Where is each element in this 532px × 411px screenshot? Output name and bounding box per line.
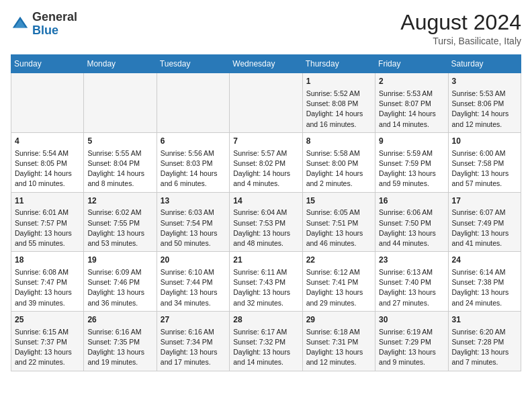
calendar-day-cell: 21Sunrise: 6:11 AM Sunset: 7:43 PM Dayli… xyxy=(230,252,302,312)
day-number: 14 xyxy=(233,195,298,207)
day-info: Sunrise: 5:54 AM Sunset: 8:05 PM Dayligh… xyxy=(15,148,80,189)
calendar-day-cell: 28Sunrise: 6:17 AM Sunset: 7:32 PM Dayli… xyxy=(230,311,302,371)
day-info: Sunrise: 6:20 AM Sunset: 7:28 PM Dayligh… xyxy=(452,327,517,368)
day-info: Sunrise: 6:18 AM Sunset: 7:31 PM Dayligh… xyxy=(306,327,371,368)
day-info: Sunrise: 6:05 AM Sunset: 7:51 PM Dayligh… xyxy=(306,208,371,248)
calendar-day-cell: 12Sunrise: 6:02 AM Sunset: 7:55 PM Dayli… xyxy=(84,192,157,252)
calendar-day-cell: 11Sunrise: 6:01 AM Sunset: 7:57 PM Dayli… xyxy=(11,192,84,252)
day-number: 4 xyxy=(15,136,80,147)
calendar-day-cell: 3Sunrise: 5:53 AM Sunset: 8:06 PM Daylig… xyxy=(448,73,521,133)
calendar-day-cell: 2Sunrise: 5:53 AM Sunset: 8:07 PM Daylig… xyxy=(375,73,448,133)
day-number: 10 xyxy=(452,136,517,147)
day-info: Sunrise: 5:57 AM Sunset: 8:02 PM Dayligh… xyxy=(233,148,298,189)
weekday-header-sunday: Sunday xyxy=(11,55,84,73)
day-number: 30 xyxy=(379,314,444,326)
day-info: Sunrise: 6:09 AM Sunset: 7:46 PM Dayligh… xyxy=(87,267,152,308)
calendar-day-cell: 29Sunrise: 6:18 AM Sunset: 7:31 PM Dayli… xyxy=(302,311,375,371)
day-info: Sunrise: 6:02 AM Sunset: 7:55 PM Dayligh… xyxy=(87,208,152,248)
day-number: 16 xyxy=(379,195,444,207)
location-subtitle: Tursi, Basilicate, Italy xyxy=(400,36,521,46)
day-info: Sunrise: 6:12 AM Sunset: 7:41 PM Dayligh… xyxy=(306,267,371,308)
day-number: 5 xyxy=(87,136,152,147)
day-info: Sunrise: 6:17 AM Sunset: 7:32 PM Dayligh… xyxy=(233,327,298,368)
weekday-header-monday: Monday xyxy=(84,55,157,73)
calendar-empty-cell xyxy=(157,73,229,133)
calendar-day-cell: 24Sunrise: 6:14 AM Sunset: 7:38 PM Dayli… xyxy=(448,252,521,312)
logo-general-text: General xyxy=(32,10,77,24)
weekday-header-wednesday: Wednesday xyxy=(230,55,302,73)
calendar-week-row: 1Sunrise: 5:52 AM Sunset: 8:08 PM Daylig… xyxy=(11,73,521,133)
day-number: 17 xyxy=(452,195,517,207)
calendar-empty-cell xyxy=(84,73,157,133)
day-number: 31 xyxy=(452,314,517,326)
day-number: 7 xyxy=(233,136,298,147)
day-number: 15 xyxy=(306,195,371,207)
day-number: 8 xyxy=(306,136,371,147)
weekday-header-saturday: Saturday xyxy=(448,55,521,73)
day-info: Sunrise: 6:01 AM Sunset: 7:57 PM Dayligh… xyxy=(15,208,80,248)
day-number: 22 xyxy=(306,255,371,266)
calendar-day-cell: 1Sunrise: 5:52 AM Sunset: 8:08 PM Daylig… xyxy=(302,73,375,133)
calendar-day-cell: 7Sunrise: 5:57 AM Sunset: 8:02 PM Daylig… xyxy=(230,132,302,192)
day-number: 28 xyxy=(233,314,298,326)
calendar-week-row: 18Sunrise: 6:08 AM Sunset: 7:47 PM Dayli… xyxy=(11,252,521,312)
calendar-day-cell: 13Sunrise: 6:03 AM Sunset: 7:54 PM Dayli… xyxy=(157,192,229,252)
calendar-day-cell: 4Sunrise: 5:54 AM Sunset: 8:05 PM Daylig… xyxy=(11,132,84,192)
calendar-day-cell: 30Sunrise: 6:19 AM Sunset: 7:29 PM Dayli… xyxy=(375,311,448,371)
day-info: Sunrise: 6:16 AM Sunset: 7:35 PM Dayligh… xyxy=(87,327,152,368)
weekday-header-row: SundayMondayTuesdayWednesdayThursdayFrid… xyxy=(11,55,521,73)
calendar-day-cell: 22Sunrise: 6:12 AM Sunset: 7:41 PM Dayli… xyxy=(302,252,375,312)
logo: General Blue xyxy=(11,11,77,38)
calendar-table: SundayMondayTuesdayWednesdayThursdayFrid… xyxy=(11,54,521,371)
day-number: 12 xyxy=(87,195,152,207)
day-info: Sunrise: 5:56 AM Sunset: 8:03 PM Dayligh… xyxy=(161,148,226,189)
calendar-day-cell: 9Sunrise: 5:59 AM Sunset: 7:59 PM Daylig… xyxy=(375,132,448,192)
calendar-day-cell: 26Sunrise: 6:16 AM Sunset: 7:35 PM Dayli… xyxy=(84,311,157,371)
calendar-day-cell: 25Sunrise: 6:15 AM Sunset: 7:37 PM Dayli… xyxy=(11,311,84,371)
day-info: Sunrise: 6:08 AM Sunset: 7:47 PM Dayligh… xyxy=(15,267,80,308)
day-number: 24 xyxy=(452,255,517,266)
calendar-day-cell: 16Sunrise: 6:06 AM Sunset: 7:50 PM Dayli… xyxy=(375,192,448,252)
calendar-day-cell: 31Sunrise: 6:20 AM Sunset: 7:28 PM Dayli… xyxy=(448,311,521,371)
calendar-day-cell: 19Sunrise: 6:09 AM Sunset: 7:46 PM Dayli… xyxy=(84,252,157,312)
calendar-day-cell: 27Sunrise: 6:16 AM Sunset: 7:34 PM Dayli… xyxy=(157,311,229,371)
day-number: 26 xyxy=(87,314,152,326)
day-info: Sunrise: 6:14 AM Sunset: 7:38 PM Dayligh… xyxy=(452,267,517,308)
logo-icon xyxy=(11,15,30,34)
calendar-week-row: 11Sunrise: 6:01 AM Sunset: 7:57 PM Dayli… xyxy=(11,192,521,252)
day-number: 3 xyxy=(452,76,517,87)
day-info: Sunrise: 6:07 AM Sunset: 7:49 PM Dayligh… xyxy=(452,208,517,248)
calendar-day-cell: 8Sunrise: 5:58 AM Sunset: 8:00 PM Daylig… xyxy=(302,132,375,192)
day-number: 9 xyxy=(379,136,444,147)
day-number: 27 xyxy=(161,314,226,326)
calendar-day-cell: 5Sunrise: 5:55 AM Sunset: 8:04 PM Daylig… xyxy=(84,132,157,192)
weekday-header-friday: Friday xyxy=(375,55,448,73)
day-number: 29 xyxy=(306,314,371,326)
day-number: 2 xyxy=(379,76,444,87)
calendar-day-cell: 6Sunrise: 5:56 AM Sunset: 8:03 PM Daylig… xyxy=(157,132,229,192)
day-info: Sunrise: 5:53 AM Sunset: 8:06 PM Dayligh… xyxy=(452,89,517,130)
day-info: Sunrise: 6:06 AM Sunset: 7:50 PM Dayligh… xyxy=(379,208,444,248)
month-year-title: August 2024 xyxy=(400,11,521,34)
day-number: 21 xyxy=(233,255,298,266)
weekday-header-tuesday: Tuesday xyxy=(157,55,229,73)
day-info: Sunrise: 6:19 AM Sunset: 7:29 PM Dayligh… xyxy=(379,327,444,368)
day-number: 6 xyxy=(161,136,226,147)
weekday-header-thursday: Thursday xyxy=(302,55,375,73)
calendar-day-cell: 23Sunrise: 6:13 AM Sunset: 7:40 PM Dayli… xyxy=(375,252,448,312)
calendar-day-cell: 15Sunrise: 6:05 AM Sunset: 7:51 PM Dayli… xyxy=(302,192,375,252)
day-number: 11 xyxy=(15,195,80,207)
day-info: Sunrise: 5:55 AM Sunset: 8:04 PM Dayligh… xyxy=(87,148,152,189)
day-number: 25 xyxy=(15,314,80,326)
calendar-empty-cell xyxy=(11,73,84,133)
page-header: General Blue August 2024 Tursi, Basilica… xyxy=(11,11,521,46)
calendar-empty-cell xyxy=(230,73,302,133)
day-number: 18 xyxy=(15,255,80,266)
calendar-day-cell: 20Sunrise: 6:10 AM Sunset: 7:44 PM Dayli… xyxy=(157,252,229,312)
day-number: 23 xyxy=(379,255,444,266)
day-info: Sunrise: 6:13 AM Sunset: 7:40 PM Dayligh… xyxy=(379,267,444,308)
calendar-day-cell: 17Sunrise: 6:07 AM Sunset: 7:49 PM Dayli… xyxy=(448,192,521,252)
day-info: Sunrise: 6:10 AM Sunset: 7:44 PM Dayligh… xyxy=(161,267,226,308)
calendar-week-row: 25Sunrise: 6:15 AM Sunset: 7:37 PM Dayli… xyxy=(11,311,521,371)
title-block: August 2024 Tursi, Basilicate, Italy xyxy=(400,11,521,46)
